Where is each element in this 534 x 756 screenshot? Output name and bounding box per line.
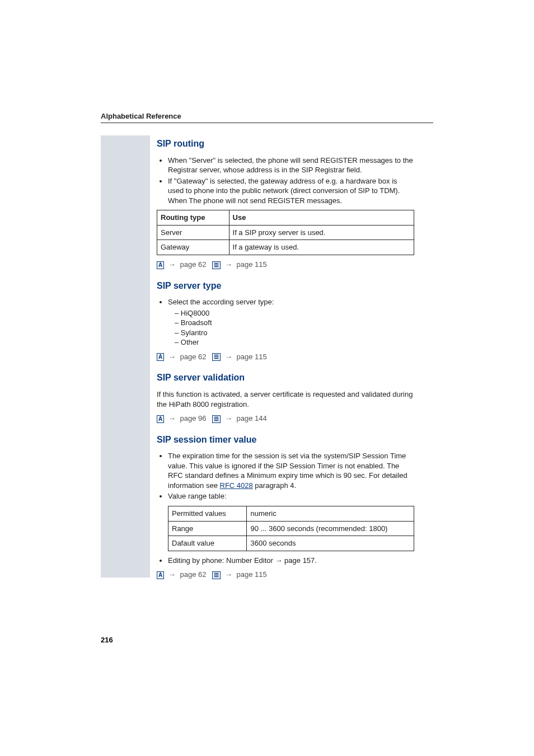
list-item: Broadsoft xyxy=(175,318,414,328)
list-item-text: paragraph 4. xyxy=(253,481,296,490)
sip-session-bullets: The expiration time for the session is s… xyxy=(157,451,414,501)
main-content: SIP routing When "Server" is selected, t… xyxy=(157,138,414,580)
table-header: Use xyxy=(229,210,414,226)
table-row: Server If a SIP proxy server is used. xyxy=(157,225,414,240)
heading-sip-session-timer-value: SIP session timer value xyxy=(157,434,414,446)
left-margin-band xyxy=(101,135,150,577)
list-item: Other xyxy=(175,337,414,348)
table-cell: Permitted values xyxy=(168,506,247,521)
web-icon: ☰ xyxy=(212,571,221,579)
page-number: 216 xyxy=(101,636,113,644)
heading-sip-routing: SIP routing xyxy=(157,138,414,150)
table-cell: Dafault value xyxy=(168,536,247,551)
heading-sip-server-type: SIP server type xyxy=(157,280,414,292)
sip-routing-bullets: When "Server" is selected, the phone wil… xyxy=(157,156,414,206)
value-range-table: Permitted values numeric Range 90 ... 36… xyxy=(168,506,414,551)
sip-server-type-bullets: Select the according server type: HiQ800… xyxy=(157,297,414,348)
admin-icon: A xyxy=(157,261,164,269)
page-ref-link[interactable]: page 157. xyxy=(283,556,317,565)
table-cell: 90 ... 3600 seconds (recommended: 1800) xyxy=(247,521,414,536)
table-cell: If a gateway is used. xyxy=(229,240,414,255)
list-item-text: Editing by phone: Number Editor xyxy=(168,556,275,565)
table-cell: numeric xyxy=(247,506,414,521)
table-cell: Range xyxy=(168,521,247,536)
list-item: Value range table: xyxy=(168,491,414,501)
table-cell: If a SIP proxy server is used. xyxy=(229,225,414,240)
list-item: When "Server" is selected, the phone wil… xyxy=(168,156,414,175)
table-row: Gateway If a gateway is used. xyxy=(157,240,414,255)
cross-reference: A → page 62 ☰ → page 115 xyxy=(157,570,414,580)
page-ref-link[interactable]: page 115 xyxy=(237,260,267,269)
table-row: Permitted values numeric xyxy=(168,506,414,521)
arrow-icon: → xyxy=(168,414,176,422)
body-text: If this function is activated, a server … xyxy=(157,389,414,409)
table-cell: 3600 seconds xyxy=(247,536,414,551)
web-icon: ☰ xyxy=(212,415,221,423)
rfc-4028-link[interactable]: RFC 4028 xyxy=(220,481,253,490)
cross-reference: A → page 96 ☰ → page 144 xyxy=(157,414,414,424)
arrow-icon: → xyxy=(168,260,176,269)
arrow-icon: → xyxy=(225,414,232,422)
arrow-icon: → xyxy=(275,556,283,565)
page-ref-link[interactable]: page 115 xyxy=(237,353,267,361)
running-head: Alphabetical Reference xyxy=(101,112,433,123)
heading-sip-server-validation: SIP server validation xyxy=(157,372,414,384)
table-row: Range 90 ... 3600 seconds (recommended: … xyxy=(168,521,414,536)
list-item: If "Gateway" is selected, the gateway ad… xyxy=(168,176,414,206)
list-item: The expiration time for the session is s… xyxy=(168,451,414,490)
cross-reference: A → page 62 ☰ → page 115 xyxy=(157,352,414,362)
table-row: Routing type Use xyxy=(157,210,414,226)
routing-type-table: Routing type Use Server If a SIP proxy s… xyxy=(157,210,414,255)
sip-session-bullets-2: Editing by phone: Number Editor → page 1… xyxy=(157,556,414,566)
cross-reference: A → page 62 ☰ → page 115 xyxy=(157,260,414,270)
web-icon: ☰ xyxy=(212,353,221,361)
table-cell: Server xyxy=(157,225,229,240)
list-item: Sylantro xyxy=(175,328,414,338)
page-ref-link[interactable]: page 144 xyxy=(237,414,267,422)
page-ref-link[interactable]: page 62 xyxy=(180,260,206,269)
arrow-icon: → xyxy=(225,260,232,269)
list-item-text: Select the according server type: xyxy=(168,298,274,306)
arrow-icon: → xyxy=(225,353,232,361)
admin-icon: A xyxy=(157,353,164,361)
list-item: HiQ8000 xyxy=(175,308,414,318)
page-ref-link[interactable]: page 62 xyxy=(180,570,206,579)
page-ref-link[interactable]: page 62 xyxy=(180,353,206,361)
table-header: Routing type xyxy=(157,210,229,226)
arrow-icon: → xyxy=(168,570,176,579)
table-cell: Gateway xyxy=(157,240,229,255)
list-item: Select the according server type: HiQ800… xyxy=(168,297,414,348)
list-item: Editing by phone: Number Editor → page 1… xyxy=(168,556,414,566)
server-type-options: HiQ8000 Broadsoft Sylantro Other xyxy=(168,308,414,348)
page-ref-link[interactable]: page 96 xyxy=(180,414,206,422)
web-icon: ☰ xyxy=(212,261,221,269)
admin-icon: A xyxy=(157,571,164,579)
arrow-icon: → xyxy=(225,570,232,579)
admin-icon: A xyxy=(157,415,164,423)
table-row: Dafault value 3600 seconds xyxy=(168,536,414,551)
page-ref-link[interactable]: page 115 xyxy=(237,570,267,579)
arrow-icon: → xyxy=(168,353,176,361)
